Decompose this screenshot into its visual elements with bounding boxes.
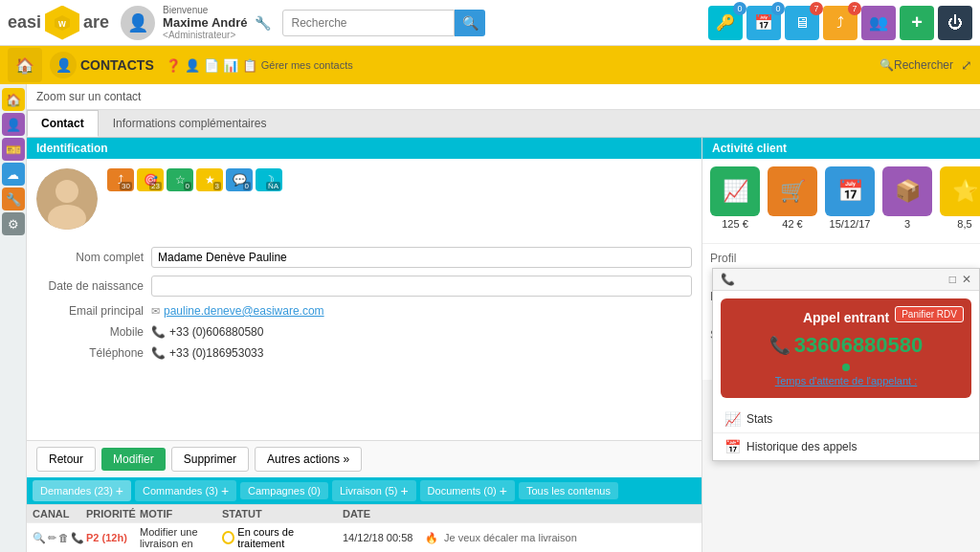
call-stats-row[interactable]: 📈 Stats xyxy=(713,406,979,433)
tab-add-livraison[interactable]: + xyxy=(400,483,408,498)
svg-point-3 xyxy=(56,180,78,203)
nav-icon-chart[interactable]: 📊 xyxy=(223,58,238,73)
identification-header: Identification xyxy=(27,138,702,159)
wrench-icon[interactable]: 🔧 xyxy=(255,15,271,31)
nav-bar: 🏠 👤 CONTACTS ❓ 👤 📄 📊 📋 Gérer mes contact… xyxy=(0,46,980,84)
sidebar-btn-contact[interactable]: 👤 xyxy=(2,113,25,136)
act-date-icon[interactable]: 📅 xyxy=(825,166,875,216)
modifier-button[interactable]: Modifier xyxy=(101,448,166,471)
nav-icon-doc[interactable]: 📄 xyxy=(204,58,219,73)
row-edit-icon[interactable]: ✏ xyxy=(48,532,56,544)
act-date-label: 15/12/17 xyxy=(830,218,871,230)
call-hist-row[interactable]: 📅 Historique des appels xyxy=(713,433,979,460)
nav-expand-icon[interactable]: ⤢ xyxy=(961,57,972,73)
avatar: 👤 xyxy=(121,6,155,40)
row-delete-icon[interactable]: 🗑 xyxy=(58,532,69,544)
sidebar-btn-settings[interactable]: ⚙ xyxy=(2,212,25,235)
act-star-icon[interactable]: ⭐ xyxy=(940,166,980,216)
form-row-mobile: Mobile 📞 +33 (0)606880580 xyxy=(36,325,692,339)
key-icon-btn[interactable]: 🔑0 xyxy=(708,6,743,40)
act-cart-label: 42 € xyxy=(782,218,802,230)
logo-text2: are xyxy=(83,12,109,33)
badge-7b: 7 xyxy=(848,2,861,15)
call-hist-label: Historique des appels xyxy=(746,440,857,453)
call-wait-label[interactable]: Temps d'attente de l'appelant : xyxy=(775,375,918,386)
home-icon[interactable]: 🏠 xyxy=(8,48,42,82)
tab-contact[interactable]: Contact xyxy=(27,110,99,137)
nom-label: Nom complet xyxy=(36,251,151,264)
tab-add-documents[interactable]: + xyxy=(500,483,507,498)
row-phone-icon[interactable]: 📞 xyxy=(71,532,84,544)
nav-icon-person[interactable]: 👤 xyxy=(185,58,200,73)
act-box-label: 3 xyxy=(904,218,910,230)
row-icons: 🔍 ✏ 🗑 📞 xyxy=(33,532,80,544)
profile-icon-star2[interactable]: ★3 xyxy=(196,168,223,191)
tab-campagnes[interactable]: Campagnes (0) xyxy=(240,482,328,499)
tab-add-demandes[interactable]: + xyxy=(116,483,123,498)
naissance-input[interactable] xyxy=(151,276,692,297)
mobile-value: 📞 +33 (0)606880580 xyxy=(151,325,692,339)
call-minimize-icon[interactable]: □ xyxy=(949,273,956,286)
search-button[interactable]: 🔍 xyxy=(455,10,485,36)
power-icon-btn[interactable]: ⏻ xyxy=(938,6,972,40)
tab-demandes[interactable]: Demandes (23) + xyxy=(33,480,131,501)
profil-row: Profil xyxy=(710,252,972,265)
mobile-label: Mobile xyxy=(36,325,151,339)
email-link[interactable]: pauline.deneve@easiware.com xyxy=(164,304,324,318)
phone-icon-tel: 📞 xyxy=(151,346,166,360)
call-phone-icon: 📞 xyxy=(721,273,735,286)
profile-icon-chat[interactable]: 💬0 xyxy=(226,168,253,191)
act-cart-icon[interactable]: 🛒 xyxy=(768,166,817,216)
act-box-icon[interactable]: 📦 xyxy=(882,166,932,216)
profile-icon-star1[interactable]: ☆0 xyxy=(167,168,193,191)
badge-0b: 0 xyxy=(771,2,785,15)
sidebar-btn-cloud[interactable]: ☁ xyxy=(2,163,25,186)
nav-icons: ❓ 👤 📄 📊 📋 xyxy=(166,58,257,73)
supprimer-button[interactable]: Supprimer xyxy=(171,447,249,472)
sidebar-btn-tools[interactable]: 🔧 xyxy=(2,188,25,210)
nav-icon-question[interactable]: ❓ xyxy=(166,58,181,73)
sidebar-btn-home[interactable]: 🏠 xyxy=(2,88,25,111)
autres-actions-button[interactable]: Autres actions » xyxy=(255,447,362,472)
monitor-icon-btn[interactable]: 🖥7 xyxy=(785,6,819,40)
nav-icon-list[interactable]: 📋 xyxy=(242,58,257,73)
activity-icons: 📈 125 € 🛒 42 € 📅 15/12/17 📦 xyxy=(710,166,972,230)
act-item-date: 📅 15/12/17 xyxy=(825,166,875,230)
plus-icon-btn[interactable]: + xyxy=(900,6,934,40)
logo-text: easi xyxy=(8,12,41,33)
retour-button[interactable]: Retour xyxy=(36,447,96,472)
call-cal-icon: 📅 xyxy=(724,439,741,454)
naissance-label: Date de naissance xyxy=(36,279,151,293)
search-input[interactable] xyxy=(282,10,455,36)
table-row: 🔍 ✏ 🗑 📞 P2 (12h) Modifier une livraison … xyxy=(27,522,702,552)
tab-documents[interactable]: Documents (0) + xyxy=(420,480,515,501)
calendar-icon-btn[interactable]: 📅0 xyxy=(746,6,781,40)
tab-contenus[interactable]: Tous les contenus xyxy=(519,482,618,499)
tab-add-commandes[interactable]: + xyxy=(221,483,229,498)
nom-input[interactable] xyxy=(151,247,692,268)
row-search-icon[interactable]: 🔍 xyxy=(33,532,46,544)
share-icon-btn[interactable]: ⤴7 xyxy=(823,6,858,40)
row-desc: Je veux décaler ma livraison xyxy=(444,532,696,543)
act-revenue-icon[interactable]: 📈 xyxy=(710,166,760,216)
th-motif: MOTIF xyxy=(140,508,216,519)
profile-icon-target[interactable]: 🎯23 xyxy=(137,168,164,191)
sidebar-btn-ticket[interactable]: 🎫 xyxy=(2,138,25,161)
call-panifier-button[interactable]: Panifier RDV xyxy=(895,306,964,322)
th-priorite: PRIORITÉ xyxy=(86,508,134,519)
bottom-tabs-bar: Demandes (23) + Commandes (3) + Campagne… xyxy=(27,477,702,504)
row-priority: P2 (12h) xyxy=(86,532,134,543)
profile-icon-share[interactable]: ⤴30 xyxy=(107,168,134,191)
users-icon-btn[interactable]: 👥 xyxy=(861,6,896,40)
profile-icon-moon[interactable]: ☽NA xyxy=(256,168,282,191)
profile-section: ⤴30 🎯23 ☆0 ★3 💬0 ☽NA xyxy=(27,159,702,239)
call-incoming-title: Appel entrant xyxy=(803,310,889,325)
call-close-icon[interactable]: ✕ xyxy=(962,273,971,286)
tab-livraison[interactable]: Livraison (5) + xyxy=(332,480,416,501)
telephone-value: 📞 +33 (0)186953033 xyxy=(151,346,692,360)
tab-commandes[interactable]: Commandes (3) + xyxy=(135,480,236,501)
tab-info[interactable]: Informations complémentaires xyxy=(99,110,281,137)
call-number-value: 33606880580 xyxy=(794,333,924,358)
nav-search-btn[interactable]: 🔍 Rechercher xyxy=(880,58,953,72)
user-role: <Administrateur> xyxy=(163,30,247,40)
